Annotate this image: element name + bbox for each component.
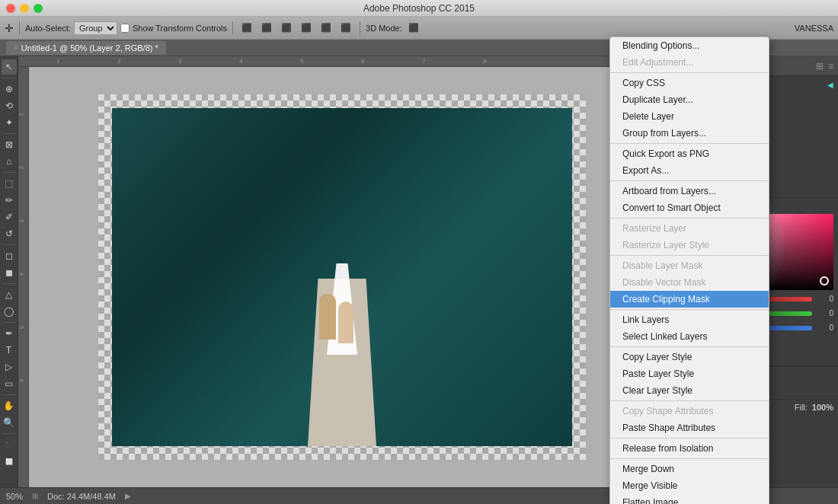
dodge-tool[interactable]: ◯ [2, 304, 17, 319]
cm-flatten-image[interactable]: Flatten Image [610, 494, 769, 504]
context-menu[interactable]: Blending Options... Edit Adjustment... C… [609, 37, 769, 504]
cm-disable-layer-mask: Disable Layer Mask [610, 257, 769, 274]
toolbar-separator-2 [232, 21, 233, 35]
tool-separator-2 [2, 133, 16, 134]
cm-select-linked-layers[interactable]: Select Linked Layers [610, 328, 769, 345]
cm-sep-2 [610, 143, 769, 144]
maximize-button[interactable] [34, 4, 43, 13]
hand-tool[interactable]: ✋ [2, 398, 17, 413]
cm-group-from-layers[interactable]: Group from Layers... [610, 125, 769, 142]
shape-tool[interactable]: ▭ [2, 376, 17, 391]
3d-mode-label: 3D Mode: [366, 24, 402, 33]
align-top-icon[interactable]: ⬛ [298, 21, 315, 34]
cm-duplicate-layer[interactable]: Duplicate Layer... [610, 91, 769, 108]
horizontal-ruler: 1 2 3 4 5 6 7 8 [18, 56, 655, 67]
ruler-v-mark-3: 3 [19, 219, 24, 222]
align-middle-icon[interactable]: ⬛ [318, 21, 334, 34]
clone-tool[interactable]: ✐ [2, 209, 17, 225]
cm-copy-shape-attributes: Copy Shape Attributes [610, 403, 769, 419]
crop-tool[interactable]: ⊠ [2, 137, 17, 152]
cm-sep-6 [610, 309, 769, 310]
red-value: 0 [815, 295, 833, 303]
panel-menu-icon[interactable]: ≡ [828, 61, 833, 72]
cm-link-layers[interactable]: Link Layers [610, 311, 769, 328]
cm-clear-layer-style[interactable]: Clear Layer Style [610, 382, 769, 399]
show-transform-checkbox[interactable] [120, 24, 130, 33]
eyedropper-tool[interactable]: ⌂ [2, 154, 17, 169]
cm-merge-down[interactable]: Merge Down [610, 461, 769, 477]
zoom-level: 50% [6, 492, 23, 501]
cm-rasterize-layer-style: Rasterize Layer Style [610, 237, 769, 254]
green-value: 0 [815, 309, 833, 317]
tab-close-btn[interactable]: × [14, 43, 18, 52]
brush-tool[interactable]: ✏ [2, 193, 17, 208]
type-tool[interactable]: T [2, 343, 17, 358]
cm-artboard-from-layers[interactable]: Artboard from Layers... [610, 183, 769, 199]
history-brush-tool[interactable]: ↺ [2, 226, 17, 241]
window-controls [6, 4, 43, 13]
cm-delete-layer[interactable]: Delete Layer [610, 108, 769, 125]
align-right-icon[interactable]: ⬛ [278, 21, 295, 34]
blue-value: 0 [815, 324, 833, 332]
color-picker-handle[interactable] [820, 276, 829, 285]
ruler-mark-6: 6 [361, 58, 364, 65]
cm-copy-css[interactable]: Copy CSS [610, 75, 769, 91]
ruler-mark-4: 4 [239, 58, 242, 65]
active-tab[interactable]: × Untitled-1 @ 50% (Layer 2, RGB/8) * [6, 41, 166, 55]
align-bottom-icon[interactable]: ⬛ [337, 21, 354, 34]
window-title: Adobe Photoshop CC 2015 [363, 3, 475, 14]
cm-merge-visible[interactable]: Merge Visible [610, 477, 769, 494]
gradient-tool[interactable]: ◼ [2, 265, 17, 280]
cm-create-clipping-mask[interactable]: Create Clipping Mask [610, 291, 769, 308]
background-color[interactable]: ⬜ [2, 454, 17, 469]
pen-tool[interactable]: ✒ [2, 326, 17, 341]
zoom-tool[interactable]: 🔍 [2, 415, 17, 430]
ruler-v-mark-1: 1 [19, 113, 24, 116]
cm-convert-smart-object[interactable]: Convert to Smart Object [610, 199, 769, 216]
cm-sep-9 [610, 438, 769, 439]
3d-icon[interactable]: ⬛ [405, 21, 422, 34]
lasso-tool[interactable]: ⟲ [2, 98, 17, 113]
ruler-mark-1: 1 [56, 58, 59, 65]
cm-paste-layer-style[interactable]: Paste Layer Style [610, 365, 769, 382]
cm-sep-1 [610, 72, 769, 73]
close-button[interactable] [6, 4, 15, 13]
minimize-button[interactable] [20, 4, 29, 13]
canvas-document[interactable] [98, 94, 586, 460]
doc-size: Doc: 24.4M/48.4M [47, 492, 116, 501]
tool-separator-5 [2, 283, 16, 284]
fill-value[interactable]: 100% [812, 403, 833, 412]
foreground-color[interactable]: ⬛ [2, 437, 17, 452]
cm-copy-layer-style[interactable]: Copy Layer Style [610, 349, 769, 365]
history-state-icon[interactable]: ◀ [827, 81, 833, 89]
path-selection-tool[interactable]: ▷ [2, 359, 17, 375]
cm-paste-shape-attributes[interactable]: Paste Shape Attributes [610, 419, 769, 436]
quick-select-tool[interactable]: ✦ [2, 115, 17, 130]
cm-quick-export[interactable]: Quick Export as PNG [610, 145, 769, 162]
healing-tool[interactable]: ⬚ [2, 176, 17, 191]
user-name: VANESSA [795, 24, 833, 33]
move-tool[interactable]: ↖ [2, 59, 17, 75]
cm-edit-adjustment: Edit Adjustment... [610, 54, 769, 71]
cm-blending-options[interactable]: Blending Options... [610, 37, 769, 54]
align-center-icon[interactable]: ⬛ [258, 21, 275, 34]
canvas-content[interactable] [29, 67, 655, 487]
align-left-icon[interactable]: ⬛ [238, 21, 255, 34]
selection-tool[interactable]: ⊕ [2, 81, 17, 97]
cm-sep-10 [610, 458, 769, 459]
cm-sep-3 [610, 180, 769, 181]
auto-select-dropdown[interactable]: Group [74, 21, 117, 35]
ruler-mark-3: 3 [178, 58, 181, 65]
cm-sep-5 [610, 255, 769, 256]
canvas-image [112, 108, 572, 446]
left-toolbar: ↖ ⊕ ⟲ ✦ ⊠ ⌂ ⬚ ✏ ✐ ↺ ◻ ◼ △ ◯ ✒ T ▷ ▭ ✋ 🔍 … [0, 56, 18, 487]
cm-export-as[interactable]: Export As... [610, 162, 769, 179]
panel-list-view-icon[interactable]: ⊞ [816, 61, 824, 72]
blur-tool[interactable]: △ [2, 287, 17, 302]
zoom-icon[interactable]: ⊞ [32, 492, 38, 500]
eraser-tool[interactable]: ◻ [2, 248, 17, 263]
figure-2 [338, 301, 353, 343]
cm-release-from-isolation[interactable]: Release from Isolation [610, 440, 769, 457]
move-tool-icon[interactable]: ✛ [5, 22, 14, 34]
status-arrow[interactable]: ▶ [125, 492, 131, 500]
